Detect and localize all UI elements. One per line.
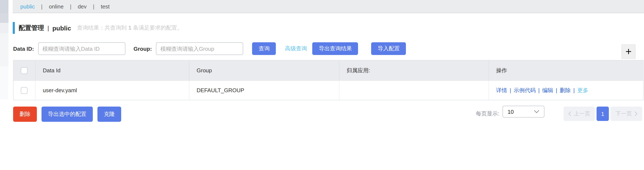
left-strip-segment xyxy=(0,0,8,13)
namespace-tab-public[interactable]: public xyxy=(20,3,36,9)
left-strip-segment xyxy=(0,23,8,33)
action-separator: | xyxy=(510,87,511,93)
action-separator: | xyxy=(556,87,557,93)
left-strip-segment xyxy=(0,33,8,66)
search-form: Data ID: Group: 查询 高级查询 导出查询结果 导入配置 xyxy=(13,42,406,55)
data-id-input[interactable] xyxy=(38,42,126,55)
result-suffix: 条满足要求的配置。 xyxy=(133,24,182,31)
row-checkbox-cell xyxy=(14,81,36,100)
delete-button[interactable]: 删除 xyxy=(13,107,37,122)
namespace-tab-online[interactable]: online xyxy=(48,3,64,9)
header-group: Group xyxy=(190,60,339,80)
action-separator: | xyxy=(538,87,540,93)
table-row: user-dev.yaml DEFAULT_GROUP 详情 | 示例代码 | … xyxy=(14,80,643,100)
import-config-button[interactable]: 导入配置 xyxy=(371,42,406,55)
action-edit-link[interactable]: 编辑 xyxy=(542,86,553,94)
query-result-summary: 查询结果：共查询到1条满足要求的配置。 xyxy=(77,24,182,32)
action-detail-link[interactable]: 详情 xyxy=(496,86,507,94)
result-prefix: 查询结果：共查询到 xyxy=(77,24,127,31)
page-title: 配置管理 xyxy=(19,24,44,32)
tab-separator: | xyxy=(70,3,72,9)
chevron-down-icon xyxy=(534,110,539,113)
left-strip-segment xyxy=(0,66,8,99)
advanced-query-link[interactable]: 高级查询 xyxy=(285,45,307,52)
action-separator: | xyxy=(573,87,575,93)
table-header-row: Data Id Group 归属应用: 操作 xyxy=(14,60,643,80)
namespace-tabbar: public | online | dev | test xyxy=(13,0,644,13)
row-checkbox[interactable] xyxy=(21,87,28,94)
cell-data-id: user-dev.yaml xyxy=(36,81,190,100)
query-button[interactable]: 查询 xyxy=(252,42,276,55)
namespace-tab-test[interactable]: test xyxy=(100,3,110,9)
data-id-label: Data ID: xyxy=(13,45,34,52)
left-strip-segment xyxy=(0,13,8,23)
chevron-right-icon xyxy=(634,111,638,116)
app-root: public | online | dev | test 配置管理 | publ… xyxy=(0,0,644,170)
cell-actions: 详情 | 示例代码 | 编辑 | 删除 | 更多 xyxy=(489,81,643,100)
action-delete-link[interactable]: 删除 xyxy=(560,86,571,94)
header-actions: 操作 xyxy=(489,60,643,80)
current-page-button[interactable]: 1 xyxy=(596,107,609,121)
header-data-id: Data Id xyxy=(36,60,190,80)
titlebar: 配置管理 | public 查询结果：共查询到1条满足要求的配置。 xyxy=(13,22,182,34)
action-sample-code-link[interactable]: 示例代码 xyxy=(514,86,536,94)
action-more-link[interactable]: 更多 xyxy=(577,86,588,94)
cell-app xyxy=(339,81,489,100)
next-page-button[interactable]: 下一页 xyxy=(610,107,642,121)
page-size-value: 10 xyxy=(508,109,514,115)
namespace-tab-dev[interactable]: dev xyxy=(77,3,88,9)
select-all-checkbox[interactable] xyxy=(21,67,28,74)
prev-page-button[interactable]: 上一页 xyxy=(564,107,595,121)
group-label: Group: xyxy=(134,45,152,52)
add-config-button[interactable]: + xyxy=(622,44,636,59)
group-input[interactable] xyxy=(156,42,244,55)
clone-button[interactable]: 克隆 xyxy=(98,107,121,122)
prev-page-label: 上一页 xyxy=(574,110,590,118)
chevron-left-icon xyxy=(568,111,572,116)
result-count: 1 xyxy=(128,24,131,31)
title-separator: | xyxy=(48,24,49,31)
page-size-select[interactable]: 10 xyxy=(502,106,544,118)
config-table: Data Id Group 归属应用: 操作 user-dev.yaml DEF… xyxy=(13,60,644,100)
header-checkbox-cell xyxy=(14,60,36,80)
page-size-label: 每页显示: xyxy=(476,110,499,118)
bulk-actions: 删除 导出选中的配置 克隆 xyxy=(13,107,121,122)
export-results-button[interactable]: 导出查询结果 xyxy=(312,42,358,55)
export-selected-button[interactable]: 导出选中的配置 xyxy=(42,107,93,122)
title-accent-bar xyxy=(13,22,15,34)
current-namespace: public xyxy=(52,24,71,31)
tab-separator: | xyxy=(93,3,94,9)
cell-group: DEFAULT_GROUP xyxy=(190,81,339,100)
next-page-label: 下一页 xyxy=(616,110,632,118)
tab-separator: | xyxy=(41,3,42,9)
plus-icon: + xyxy=(625,46,632,56)
header-app: 归属应用: xyxy=(339,60,489,80)
